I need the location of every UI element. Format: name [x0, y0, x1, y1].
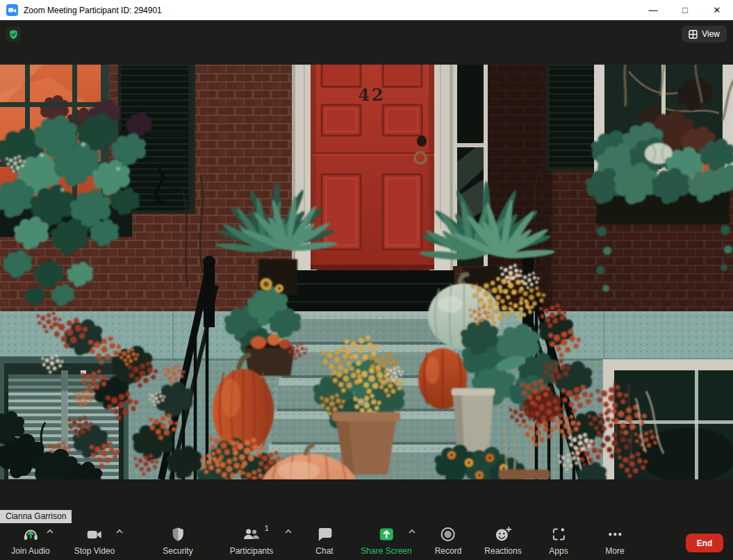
security-label: Security [163, 547, 192, 555]
chat-bubble-icon [316, 526, 333, 543]
participants-icon: 1 [242, 526, 261, 543]
shield-check-icon [8, 29, 19, 40]
grid-view-icon [689, 30, 698, 39]
participants-label: Participants [230, 547, 274, 555]
toolbar-more[interactable]: More [605, 526, 624, 555]
toolbar-participants[interactable]: 1 Participants [230, 526, 274, 555]
stop-video-chevron-up-icon[interactable] [115, 525, 124, 537]
more-dots-icon [607, 526, 623, 543]
more-label: More [605, 547, 624, 555]
window-title: Zoom Meeting Participant ID: 294901 [24, 6, 162, 15]
join-audio-label: Join Audio [11, 547, 49, 555]
zoom-meeting-window: Zoom Meeting Participant ID: 294901 — □ … [0, 0, 733, 560]
view-button[interactable]: View [682, 26, 727, 42]
front-door-scene: 42 [0, 65, 733, 479]
close-button[interactable]: ✕ [701, 0, 733, 20]
reactions-label: Reactions [484, 547, 521, 555]
titlebar: Zoom Meeting Participant ID: 294901 — □ … [0, 0, 733, 21]
toolbar-apps[interactable]: Apps [549, 526, 568, 555]
toolbar-security[interactable]: Security [163, 526, 192, 555]
security-shield-icon [170, 526, 186, 543]
apps-label: Apps [549, 547, 568, 555]
share-screen-label: Share Screen [361, 547, 411, 555]
join-audio-chevron-up-icon[interactable] [46, 525, 54, 537]
meeting-toolbar: Join Audio Stop Video Se [0, 521, 733, 560]
record-label: Record [435, 547, 462, 555]
share-screen-chevron-up-icon[interactable] [408, 525, 416, 537]
toolbar-share-screen[interactable]: Share Screen [361, 526, 411, 555]
toolbar-record[interactable]: Record [435, 526, 462, 555]
video-feed: 42 [0, 65, 733, 479]
zoom-app-icon [6, 4, 18, 16]
toolbar-reactions[interactable]: Reactions [484, 526, 521, 555]
apps-icon [550, 526, 567, 543]
view-button-label: View [702, 29, 720, 39]
end-meeting-button[interactable]: End [686, 534, 723, 552]
toolbar-chat[interactable]: Chat [315, 526, 333, 555]
participants-count-badge: 1 [265, 524, 269, 532]
encryption-shield-badge[interactable] [6, 26, 21, 42]
headphones-icon [22, 526, 40, 543]
toolbar-stop-video[interactable]: Stop Video [74, 526, 115, 555]
chat-label: Chat [315, 547, 333, 555]
window-controls: — □ ✕ [637, 0, 733, 20]
reactions-smiley-icon [494, 526, 512, 543]
participants-chevron-up-icon[interactable] [284, 525, 293, 537]
record-icon [440, 526, 456, 543]
stop-video-label: Stop Video [74, 547, 115, 555]
toolbar-join-audio[interactable]: Join Audio [11, 526, 49, 555]
maximize-button[interactable]: □ [669, 0, 701, 20]
video-camera-icon [86, 526, 103, 543]
minimize-button[interactable]: — [637, 0, 669, 20]
meeting-topbar: View [0, 21, 733, 65]
share-screen-icon [378, 526, 395, 543]
